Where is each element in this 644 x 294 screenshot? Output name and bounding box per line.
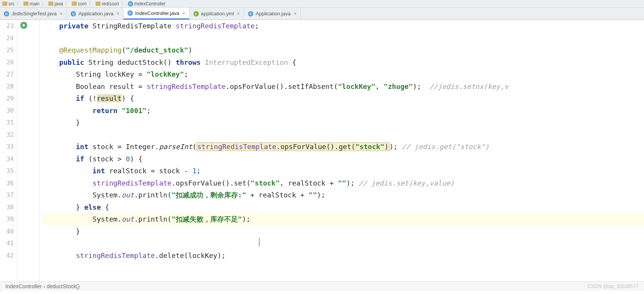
class-icon: C [4,11,9,16]
run-gutter-icon[interactable] [20,21,28,30]
structure-breadcrumb: IndexController › deductStock() CSDN @qq… [0,281,644,291]
tab-indexcontroller[interactable]: CIndexController.java× [124,8,190,20]
folder-icon [48,2,53,6]
close-icon[interactable]: × [182,10,185,16]
folder-icon [72,2,77,6]
breadcrumb-bar: src〉 main〉 java〉 com〉 redisson〉 CIndexCo… [0,0,644,8]
chevron-right-icon: 〉 [65,0,70,7]
chevron-right-icon: 〉 [89,0,94,7]
class-icon: C [127,10,133,16]
class-icon: C [248,11,253,16]
watermark: CSDN @qq_32835577 [588,283,639,289]
breadcrumb-item[interactable]: com [72,1,87,7]
crumb-method[interactable]: deductStock() [46,283,79,289]
fold-gutter [17,20,40,281]
close-icon[interactable]: × [237,11,240,16]
crumb-class[interactable]: IndexController [5,283,42,289]
close-icon[interactable]: × [60,11,63,16]
yml-icon: y [193,11,199,16]
breadcrumb-item[interactable]: redisson [96,1,119,7]
class-icon: C [128,1,133,7]
breadcrumb-item[interactable]: main [23,1,40,7]
breadcrumb-item[interactable]: CIndexController [128,1,165,7]
editor-tabs: CJedisSingleTest.java× CApplication.java… [0,8,644,20]
folder-icon [96,2,101,6]
chevron-right-icon: 〉 [121,0,126,7]
chevron-right-icon: 〉 [41,0,46,7]
folder-icon [23,2,28,6]
close-icon[interactable]: × [294,11,297,16]
close-icon[interactable]: × [116,11,119,16]
line-number-gutter: 23 24 25 26 27 28 29 30 31 32 33 34 35 3… [0,20,17,281]
tab-application-yml[interactable]: yapplication.yml× [190,8,244,20]
code-area[interactable]: private StringRedisTemplate stringRedisT… [40,20,644,281]
tab-application-1[interactable]: CApplication.java× [67,8,124,20]
breadcrumb-item[interactable]: java [48,1,63,7]
code-editor[interactable]: 23 24 25 26 27 28 29 30 31 32 33 34 35 3… [0,20,644,281]
chevron-right-icon: 〉 [17,0,21,7]
folder-icon [2,2,7,6]
tab-jedissingletest[interactable]: CJedisSingleTest.java× [0,8,67,20]
breadcrumb-item[interactable]: src [2,1,15,7]
class-icon: C [71,11,76,16]
chevron-right-icon: › [43,283,45,289]
tab-application-2[interactable]: CApplication.java× [244,8,301,20]
